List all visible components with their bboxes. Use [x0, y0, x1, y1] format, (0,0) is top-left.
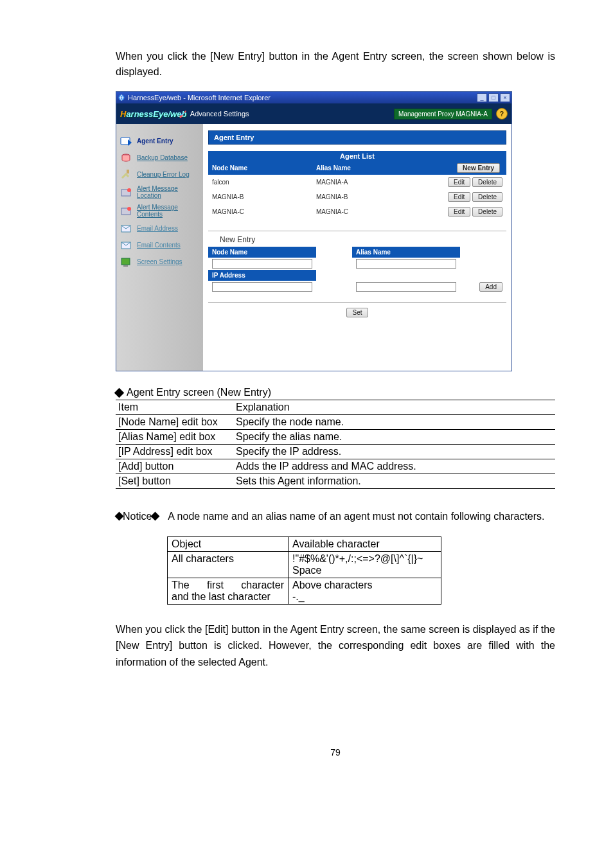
diamond-icon — [151, 511, 160, 520]
svg-point-7 — [127, 207, 131, 211]
sidebar-item-agent-entry[interactable]: Agent Entry — [116, 133, 203, 150]
help-icon[interactable]: ? — [496, 108, 508, 120]
brand-logo: HarnessEye/web — [120, 109, 186, 119]
sidebar-item-backup-database[interactable]: Backup Database — [116, 150, 203, 166]
expl-cell: Adds the IP address and MAC address. — [233, 459, 555, 474]
new-entry-form: Node Name Alias Name IP Address — [208, 247, 506, 293]
table-row: MAGNIA-B MAGNIA-B Edit Delete — [208, 190, 506, 204]
sidebar-item-label: Backup Database — [137, 155, 188, 162]
set-button[interactable]: Set — [346, 308, 368, 317]
sidebar-item-email-address[interactable]: Email Address — [116, 220, 203, 237]
window-title: HarnessEye/web - Microsoft Internet Expl… — [128, 94, 271, 102]
obj-cell: The first character and the last charact… — [168, 578, 289, 604]
expl-cell: Specify the alias name. — [233, 430, 555, 445]
avail-line: Above characters — [292, 580, 373, 590]
sidebar-item-screen-settings[interactable]: Screen Settings — [116, 254, 203, 270]
edit-button[interactable]: Edit — [448, 192, 470, 202]
ip-address-input[interactable] — [212, 282, 312, 292]
svg-rect-10 — [121, 258, 130, 265]
item-cell: [Set] button — [116, 474, 233, 489]
tools-icon — [177, 109, 188, 119]
notice-lede: Notice — [123, 511, 152, 522]
notice-block: Notice A node name and an alias name of … — [116, 508, 555, 525]
main-panel: Agent Entry Agent List Node Name Alias N… — [203, 124, 511, 371]
sidebar-item-label: Screen Settings — [137, 259, 182, 266]
alert-loc-icon — [120, 187, 133, 199]
col-available: Available character — [289, 536, 441, 551]
advanced-settings-label: Advanced Settings — [190, 110, 249, 118]
alias-name-input[interactable] — [356, 259, 456, 269]
explanation-table: Item Explanation [Node Name] edit boxSpe… — [116, 400, 555, 489]
col-alias-name: Alias Name — [312, 161, 413, 175]
minimize-button[interactable]: _ — [477, 93, 487, 102]
email-icon — [120, 223, 133, 235]
col-object: Object — [168, 536, 289, 551]
col-item: Item — [116, 400, 233, 415]
cell-node: MAGNIA-B — [208, 190, 312, 204]
cell-node: falcon — [208, 175, 312, 190]
panel-title: Agent Entry — [208, 130, 506, 145]
sidebar-item-alert-message-location[interactable]: Alert Message Location — [116, 183, 203, 202]
app-window: HarnessEye/web - Microsoft Internet Expl… — [116, 91, 512, 371]
obj-cell: All characters — [168, 551, 289, 578]
obj-line: The first character — [172, 580, 284, 591]
add-button[interactable]: Add — [479, 282, 502, 292]
sidebar: Agent Entry Backup Database Cleanup Erro… — [116, 124, 203, 371]
brand-prefix: H — [120, 109, 126, 119]
item-cell: [IP Address] edit box — [116, 445, 233, 459]
item-cell: [Node Name] edit box — [116, 415, 233, 430]
agent-list-table: Node Name Alias Name New Entry falcon MA… — [208, 161, 506, 219]
avail-cell: Above characters -._ — [289, 578, 441, 604]
characters-table: Object Available character All character… — [167, 536, 441, 605]
advanced-settings-link[interactable]: Advanced Settings — [177, 109, 249, 119]
diamond-icon — [114, 387, 125, 398]
expl-cell: Specify the IP address. — [233, 445, 555, 459]
maximize-button[interactable]: □ — [488, 93, 499, 102]
sidebar-item-label: Email Contents — [137, 242, 181, 249]
item-cell: [Alias Name] edit box — [116, 430, 233, 445]
divider — [208, 302, 506, 303]
avail-cell: !"#$%&'()*+,/:;<=>?@[\]^`{|}~ Space — [289, 551, 441, 578]
window-titlebar: HarnessEye/web - Microsoft Internet Expl… — [116, 92, 511, 103]
avail-line: -._ — [292, 591, 305, 602]
col-explanation: Explanation — [233, 400, 555, 415]
screen-settings-icon — [120, 256, 133, 268]
table-row: falcon MAGNIA-A Edit Delete — [208, 175, 506, 190]
close-button[interactable]: × — [500, 93, 510, 102]
cleanup-icon — [120, 169, 133, 181]
email-contents-icon — [120, 240, 133, 251]
sidebar-item-label: Alert Message Contents — [137, 204, 199, 218]
edit-button[interactable]: Edit — [448, 177, 470, 187]
section-title-text: Agent Entry screen (New Entry) — [127, 387, 271, 398]
new-entry-button[interactable]: New Entry — [457, 163, 500, 173]
cell-node: MAGNIA-C — [208, 204, 312, 219]
delete-button[interactable]: Delete — [472, 207, 502, 217]
app-header: HarnessEye/web Advanced Settings Managem… — [116, 103, 511, 124]
sidebar-item-label: Email Address — [137, 226, 178, 233]
table-row: MAGNIA-C MAGNIA-C Edit Delete — [208, 204, 506, 219]
edit-button[interactable]: Edit — [448, 207, 470, 217]
expl-cell: Sets this Agent information. — [233, 474, 555, 489]
intro-text: When you click the [New Entry] button in… — [116, 49, 555, 80]
proxy-badge: Management Proxy MAGNIA-A — [394, 109, 492, 120]
node-name-input[interactable] — [212, 259, 312, 269]
expl-cell: Specify the node name. — [233, 415, 555, 430]
page-number: 79 — [116, 747, 555, 757]
delete-button[interactable]: Delete — [472, 192, 502, 202]
ip-secondary-input[interactable] — [356, 282, 456, 292]
new-entry-heading: New Entry — [208, 231, 506, 247]
sidebar-item-cleanup-error-log[interactable]: Cleanup Error Log — [116, 166, 203, 183]
cell-alias: MAGNIA-B — [312, 190, 413, 204]
agent-entry-icon — [120, 136, 133, 147]
cell-alias: MAGNIA-C — [312, 204, 413, 219]
sidebar-item-label: Cleanup Error Log — [137, 172, 190, 179]
sidebar-item-email-contents[interactable]: Email Contents — [116, 237, 203, 254]
form-label-node-name: Node Name — [208, 247, 316, 258]
sidebar-item-alert-message-contents[interactable]: Alert Message Contents — [116, 202, 203, 220]
obj-line: and the last character — [172, 591, 271, 602]
delete-button[interactable]: Delete — [472, 177, 502, 187]
avail-line: !"#$%&'()*+,/:;<=>?@[\]^`{|}~ — [292, 553, 423, 564]
alert-cont-icon — [120, 206, 133, 217]
notice-body: A node name and an alias name of an agen… — [168, 508, 544, 525]
section-heading: Agent Entry screen (New Entry) — [116, 387, 555, 398]
